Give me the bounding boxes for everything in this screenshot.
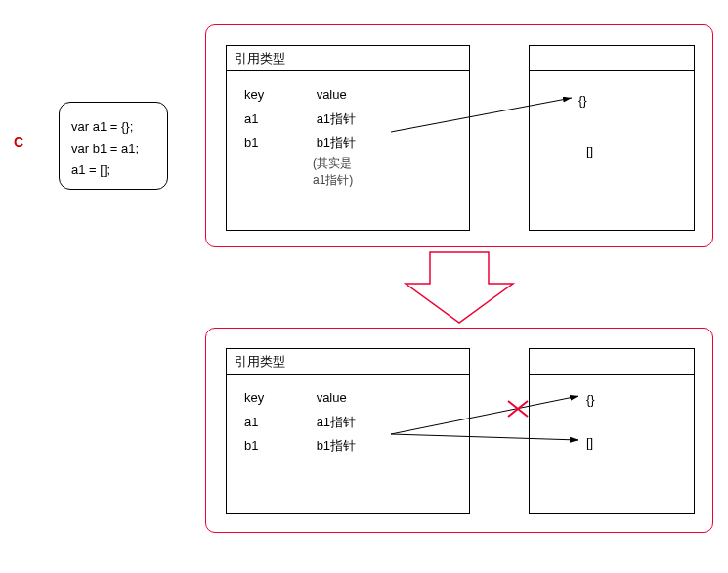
panel-title — [530, 349, 694, 375]
heap-array: [] — [586, 144, 593, 158]
heap-object: {} — [586, 392, 595, 407]
table-cell-value: a1指针 — [317, 108, 434, 132]
code-snippet-box: var a1 = {}; var b1 = a1; a1 = []; — [59, 102, 168, 190]
panel-body: key value a1 a1指针 b1 b1指针 — [227, 375, 469, 470]
heap-panel: {} [] — [529, 45, 695, 231]
heap-object: {} — [578, 93, 587, 108]
code-line: var b1 = a1; — [71, 138, 155, 159]
panel-title: 引用类型 — [227, 46, 469, 71]
reference-type-panel: 引用类型 key value a1 a1指针 b1 b1指针 (其实是 a1指针… — [226, 45, 470, 231]
table-cell-value: a1指针 — [317, 411, 434, 435]
table-cell-value: b1指针 — [317, 434, 434, 459]
table-header-value: value — [317, 386, 434, 411]
table-cell-key: b1 — [244, 131, 313, 155]
code-line: var a1 = {}; — [71, 116, 155, 138]
table-header-key: key — [244, 83, 313, 108]
section-label: C — [14, 134, 23, 150]
heap-array: [] — [586, 435, 593, 450]
panel-title — [530, 46, 694, 71]
panel-title: 引用类型 — [227, 349, 469, 375]
table-header-value: value — [317, 83, 434, 108]
table-cell-key: a1 — [244, 108, 313, 132]
table-cell-key: b1 — [244, 434, 313, 459]
state-after-container: 引用类型 key value a1 a1指针 b1 b1指针 {} [] — [205, 328, 713, 533]
heap-panel: {} [] — [529, 348, 695, 514]
table-header-key: key — [244, 386, 313, 411]
note-text: (其实是 — [313, 155, 451, 172]
table-cell-value: b1指针 — [317, 131, 434, 155]
note-text: a1指针) — [313, 172, 451, 189]
panel-body: key value a1 a1指针 b1 b1指针 (其实是 a1指针) — [227, 71, 469, 200]
code-line: a1 = []; — [71, 159, 155, 181]
reference-type-panel: 引用类型 key value a1 a1指针 b1 b1指针 — [226, 348, 470, 514]
state-before-container: 引用类型 key value a1 a1指针 b1 b1指针 (其实是 a1指针… — [205, 24, 713, 247]
table-cell-key: a1 — [244, 411, 313, 435]
transition-arrow-icon — [406, 252, 513, 323]
